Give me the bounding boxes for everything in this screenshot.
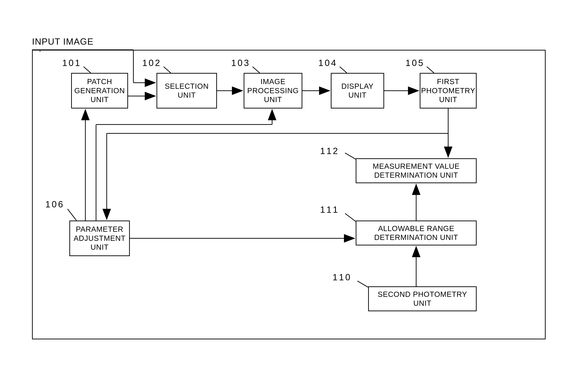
block-selection: SELECTION UNIT — [156, 73, 217, 108]
block-104-number: 104 — [318, 58, 337, 68]
block-101-text: PATCH GENERATION UNIT — [74, 77, 125, 104]
block-110-text: SECOND PHOTOMETRY UNIT — [378, 290, 467, 308]
block-103-text: IMAGE PROCESSING UNIT — [247, 77, 299, 104]
block-104-text: DISPLAY UNIT — [341, 82, 374, 100]
block-101-number: 101 — [62, 58, 81, 68]
block-display: DISPLAY UNIT — [331, 73, 384, 108]
block-112-text: MEASUREMENT VALUE DETERMINATION UNIT — [373, 162, 460, 180]
block-second-photometry: SECOND PHOTOMETRY UNIT — [368, 286, 477, 311]
block-image-processing: IMAGE PROCESSING UNIT — [244, 73, 302, 108]
block-111-number: 111 — [320, 204, 339, 215]
block-111-text: ALLOWABLE RANGE DETERMINATION UNIT — [374, 224, 458, 242]
block-parameter-adjustment: PARAMETER ADJUSTMENT UNIT — [69, 221, 130, 256]
block-allowable-range: ALLOWABLE RANGE DETERMINATION UNIT — [356, 221, 477, 245]
block-105-text: FIRST PHOTOMETRY UNIT — [421, 77, 475, 104]
block-measurement-value: MEASUREMENT VALUE DETERMINATION UNIT — [356, 158, 477, 183]
block-103-number: 103 — [231, 58, 250, 68]
block-patch-generation: PATCH GENERATION UNIT — [71, 73, 128, 108]
block-106-text: PARAMETER ADJUSTMENT UNIT — [74, 225, 126, 252]
block-112-number: 112 — [320, 146, 339, 156]
block-105-number: 105 — [405, 58, 425, 68]
block-106-number: 106 — [45, 199, 64, 209]
diagram-canvas: INPUT IMAGE 101 PATCH GENERATION UNIT 10… — [0, 0, 578, 392]
block-102-text: SELECTION UNIT — [165, 82, 209, 100]
input-image-label: INPUT IMAGE — [32, 37, 94, 47]
block-102-number: 102 — [142, 58, 161, 68]
block-110-number: 110 — [333, 272, 352, 283]
block-first-photometry: FIRST PHOTOMETRY UNIT — [420, 73, 477, 108]
